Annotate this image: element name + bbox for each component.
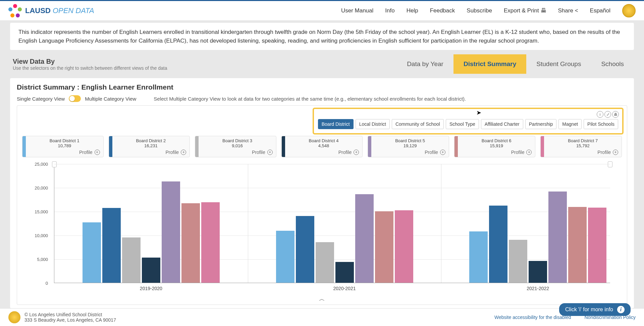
bar[interactable]	[122, 237, 141, 283]
nav-user-manual[interactable]: User Manual	[341, 7, 373, 14]
tab-student-groups[interactable]: Student Groups	[526, 54, 591, 74]
info-pill[interactable]: Click 'i' for more info i	[559, 303, 631, 316]
bar[interactable]	[489, 206, 507, 283]
nav-subscribe[interactable]: Subscribe	[467, 7, 492, 14]
plus-icon: +	[440, 150, 445, 155]
card-stripe	[541, 136, 544, 157]
bar[interactable]	[162, 181, 180, 283]
card-value: 15,792	[547, 143, 618, 148]
bar[interactable]	[276, 231, 294, 283]
district-card[interactable]: Board District 44,548Profile +	[281, 136, 363, 157]
district-card[interactable]: Board District 110,789Profile +	[22, 136, 104, 157]
bar[interactable]	[469, 231, 488, 283]
group-separator	[248, 164, 248, 283]
bar[interactable]	[355, 194, 374, 283]
info-icon[interactable]: i	[597, 111, 603, 118]
bar[interactable]	[395, 210, 413, 283]
profile-link[interactable]: Profile +	[547, 150, 618, 155]
tab-schools[interactable]: Schools	[591, 54, 634, 74]
profile-link[interactable]: Profile +	[116, 150, 186, 155]
bar[interactable]	[296, 216, 314, 283]
filter-board-district[interactable]: Board District	[318, 119, 354, 129]
print-chart-icon[interactable]: 🖶	[612, 111, 619, 118]
bar[interactable]	[568, 207, 587, 283]
card-stripe	[454, 136, 458, 157]
filter-magnet[interactable]: Magnet	[558, 119, 582, 129]
y-tick-label: 15,000	[35, 209, 48, 214]
card-name: Board District 4	[288, 138, 359, 143]
expand-icon[interactable]: ⤢	[604, 111, 611, 118]
profile-link[interactable]: Profile +	[288, 150, 359, 155]
district-card[interactable]: Board District 715,792Profile +	[540, 136, 622, 157]
profile-link[interactable]: Profile +	[29, 150, 100, 155]
grid-line	[54, 188, 610, 188]
bar-chart: 05,00010,00015,00020,00025,000 2019-2020…	[22, 162, 622, 293]
filter-affiliated-charter[interactable]: Affiliated Charter	[481, 119, 523, 129]
share-icon: <	[575, 7, 578, 14]
filter-local-district[interactable]: Local District	[356, 119, 390, 129]
bar[interactable]	[509, 240, 527, 283]
filter-community-of-school[interactable]: Community of School	[392, 119, 444, 129]
district-seal-icon[interactable]	[622, 4, 636, 17]
nav-info[interactable]: Info	[385, 7, 394, 14]
bar[interactable]	[181, 203, 200, 283]
bar[interactable]	[142, 258, 160, 283]
nav-export-print[interactable]: Export & Print 🖶	[504, 7, 546, 14]
bar[interactable]	[335, 262, 354, 283]
district-card[interactable]: Board District 39,016Profile +	[195, 136, 276, 157]
bar[interactable]	[316, 242, 334, 283]
district-card[interactable]: Board District 216,231Profile +	[109, 136, 190, 157]
bar[interactable]	[201, 202, 220, 283]
range-handle-left[interactable]	[52, 161, 57, 167]
profile-link[interactable]: Profile +	[375, 150, 445, 155]
x-tick-label: 2019-2020	[140, 286, 162, 291]
view-subtitle: Use the selectors on the right to switch…	[13, 65, 167, 71]
nav-links: User Manual Info Help Feedback Subscribe…	[341, 4, 636, 17]
filter-school-type[interactable]: School Type	[446, 119, 479, 129]
y-axis: 05,00010,00015,00020,00025,000	[22, 162, 51, 283]
bar[interactable]	[588, 208, 606, 283]
district-card[interactable]: Board District 615,919Profile +	[454, 136, 536, 157]
filter-partnership[interactable]: Partnership	[525, 119, 557, 129]
y-tick-label: 20,000	[35, 185, 48, 191]
bar[interactable]	[102, 208, 121, 283]
x-tick-label: 2020-2021	[333, 286, 356, 291]
bar[interactable]	[548, 192, 567, 283]
bar[interactable]	[375, 211, 393, 283]
bar[interactable]	[529, 261, 547, 283]
nav-help[interactable]: Help	[407, 7, 418, 14]
footer-org: © Los Angeles Unified School District	[24, 312, 116, 317]
range-handle-right[interactable]	[608, 161, 612, 167]
card-name: Board District 3	[202, 138, 273, 143]
profile-link[interactable]: Profile +	[461, 150, 532, 155]
plot-area: 2019-20202020-20212021-2022	[54, 164, 610, 283]
nav-share[interactable]: Share <	[558, 7, 578, 14]
x-tick-label: 2021-2022	[527, 286, 549, 291]
card-value: 15,919	[461, 143, 532, 148]
profile-link[interactable]: Profile +	[202, 150, 273, 155]
logo[interactable]: LAUSD OPEN DATA	[8, 4, 94, 17]
indicator-description: This indicator represents the number of …	[10, 23, 634, 50]
plus-icon: +	[267, 150, 273, 155]
tab-district-summary[interactable]: District Summary	[453, 54, 526, 74]
card-stripe	[368, 136, 371, 157]
tab-data-by-year[interactable]: Data by Year	[397, 54, 453, 74]
info-pill-label: Click 'i' for more info	[565, 307, 613, 313]
nav-feedback[interactable]: Feedback	[430, 7, 455, 14]
footer: © Los Angeles Unified School District 33…	[0, 308, 644, 326]
info-pill-icon: i	[617, 306, 625, 313]
top-nav: LAUSD OPEN DATA User Manual Info Help Fe…	[0, 0, 644, 21]
card-stripe	[195, 136, 199, 157]
card-value: 10,789	[29, 143, 100, 148]
filter-pilot-schools[interactable]: Pilot Schools	[584, 119, 618, 129]
nav-espanol[interactable]: Español	[590, 7, 610, 14]
district-card[interactable]: Board District 519,129Profile +	[368, 136, 449, 157]
expand-chevron-icon[interactable]: ︿	[22, 295, 622, 303]
footer-link-accessibility[interactable]: Website accessibility for the disabled	[494, 315, 571, 320]
filter-box: i ⤢ 🖶 Board District Local District Comm…	[313, 108, 624, 134]
district-cards-row: Board District 110,789Profile +Board Dis…	[22, 136, 622, 157]
main-panel: District Summary : English Learner Enrol…	[10, 78, 634, 308]
category-toggle[interactable]	[69, 95, 81, 102]
view-data-by-bar: View Data By Use the selectors on the ri…	[10, 53, 634, 75]
bar[interactable]	[83, 222, 101, 283]
